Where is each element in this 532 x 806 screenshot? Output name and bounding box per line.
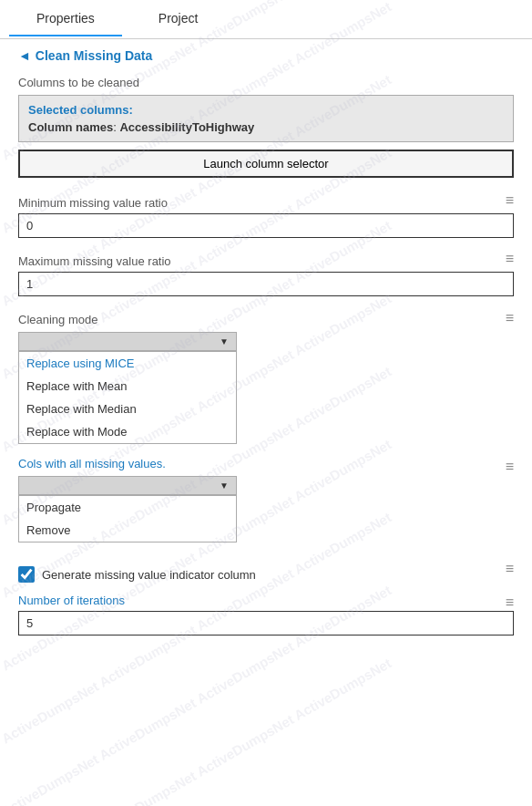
max-missing-row: Maximum missing value ratio ≡ — [18, 245, 514, 272]
min-missing-row: Minimum missing value ratio ≡ — [18, 187, 514, 213]
iterations-input[interactable] — [18, 611, 514, 636]
header-tabs: Properties Project — [0, 0, 532, 39]
tab-properties[interactable]: Properties — [9, 2, 122, 36]
cleaning-mode-label: Cleaning mode — [18, 313, 97, 326]
cleaning-mode-option-mean[interactable]: Replace with Mean — [19, 375, 236, 398]
columns-label: Columns to be cleaned — [18, 76, 514, 89]
selected-columns-title: Selected columns: — [28, 103, 504, 117]
cols-missing-label: Cols with all missing values. — [18, 457, 166, 470]
checkbox-menu-icon[interactable]: ≡ — [506, 561, 514, 577]
selected-columns-box: Selected columns: Column names: Accessib… — [18, 95, 514, 142]
section-title: ◄ Clean Missing Data — [18, 48, 514, 63]
cleaning-mode-option-mode[interactable]: Replace with Mode — [19, 420, 236, 443]
column-names-label: Column names — [28, 120, 113, 134]
triangle-icon: ◄ — [18, 48, 31, 63]
cleaning-mode-dropdown-list: Replace using MICE Replace with Mean Rep… — [18, 351, 237, 444]
cols-missing-option-remove[interactable]: Remove — [19, 519, 236, 542]
iterations-label: Number of iterations — [18, 594, 125, 607]
checkbox-label: Generate missing value indicator column — [42, 568, 256, 582]
max-missing-label: Maximum missing value ratio — [18, 254, 171, 268]
launch-column-selector-button[interactable]: Launch column selector — [18, 150, 514, 178]
max-missing-menu-icon[interactable]: ≡ — [506, 251, 514, 267]
max-missing-input[interactable] — [18, 272, 514, 296]
cleaning-mode-row: Cleaning mode ≡ — [18, 304, 514, 332]
cleaning-mode-dropdown-arrow: ▼ — [220, 336, 229, 346]
cols-missing-row: Cols with all missing values. ≡ — [18, 457, 514, 476]
cleaning-mode-dropdown: ▼ Replace using MICE Replace with Mean R… — [18, 332, 514, 444]
iterations-row: Number of iterations ≡ — [18, 594, 514, 611]
cols-missing-dropdown-btn[interactable]: ▼ — [18, 476, 237, 495]
cleaning-mode-dropdown-btn[interactable]: ▼ — [18, 332, 237, 351]
cols-missing-dropdown-list: Propagate Remove — [18, 495, 237, 542]
cols-missing-option-propagate[interactable]: Propagate — [19, 496, 236, 519]
checkbox-row: Generate missing value indicator column — [18, 566, 256, 583]
cols-missing-menu-icon[interactable]: ≡ — [506, 459, 514, 475]
cols-missing-dropdown: ▼ Propagate Remove — [18, 476, 514, 542]
generate-indicator-checkbox[interactable] — [18, 566, 35, 583]
tab-project[interactable]: Project — [131, 2, 226, 36]
cleaning-mode-option-mice[interactable]: Replace using MICE — [19, 352, 236, 375]
min-missing-input[interactable] — [18, 213, 514, 238]
iterations-menu-icon[interactable]: ≡ — [506, 594, 514, 611]
cleaning-mode-menu-icon[interactable]: ≡ — [506, 310, 514, 326]
cleaning-mode-option-median[interactable]: Replace with Median — [19, 398, 236, 420]
main-content: ◄ Clean Missing Data Columns to be clean… — [0, 39, 532, 645]
min-missing-menu-icon[interactable]: ≡ — [506, 192, 514, 209]
min-missing-label: Minimum missing value ratio — [18, 196, 168, 210]
column-names-value: Column names: AccessibilityToHighway — [28, 120, 504, 134]
column-names-data: AccessibilityToHighway — [119, 120, 254, 134]
cols-missing-dropdown-arrow: ▼ — [220, 480, 229, 491]
checkbox-row-outer: Generate missing value indicator column … — [18, 552, 514, 586]
